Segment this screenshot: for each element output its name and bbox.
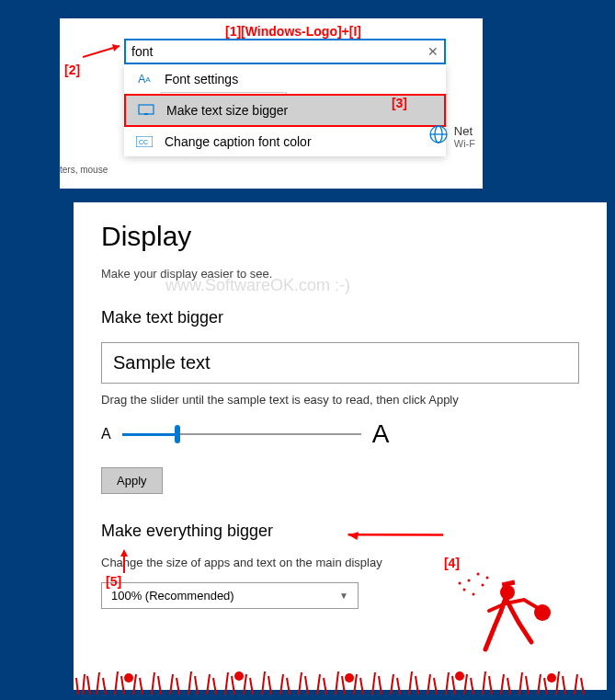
annotation-1: [1][Windows-Logo]+[I] (225, 24, 361, 39)
clear-icon[interactable]: ✕ (427, 44, 438, 59)
dropdown-item-caption-color[interactable]: CC Change caption font color (124, 127, 446, 156)
network-snippet: Net Wi-F (428, 124, 475, 149)
truncated-text-left: ters, mouse (60, 165, 108, 175)
apply-button[interactable]: Apply (101, 467, 163, 494)
section-make-text-bigger: Make text bigger (101, 308, 579, 327)
text-size-slider[interactable] (122, 433, 361, 435)
svg-marker-1 (112, 44, 120, 52)
svg-point-20 (473, 593, 475, 596)
wifi-label: Wi-F (454, 138, 475, 149)
page-title: Display (101, 221, 579, 252)
svg-point-21 (486, 577, 489, 580)
dropdown-label: Change caption font color (165, 134, 312, 149)
big-a-label: A (372, 419, 390, 449)
annotation-3: [3] (392, 96, 407, 110)
chevron-down-icon: ▼ (339, 591, 348, 601)
sample-text-box: Sample text (101, 342, 579, 384)
monitor-icon (137, 103, 155, 118)
globe-icon (428, 124, 449, 149)
running-figure-icon (450, 567, 561, 677)
search-dropdown: AA Font settings Make text size bigger M… (124, 64, 446, 156)
svg-text:CC: CC (139, 139, 148, 145)
svg-line-9 (348, 511, 444, 558)
svg-point-24 (234, 671, 244, 681)
font-icon: AA (135, 72, 154, 86)
dropdown-label: Make text size bigger (166, 103, 288, 118)
display-settings-panel: Display Make your display easier to see.… (74, 202, 607, 690)
svg-point-23 (124, 673, 133, 683)
search-box[interactable]: ✕ (124, 39, 446, 64)
arrow-icon (83, 40, 129, 59)
dropdown-item-make-text-bigger[interactable]: Make text size bigger [3] (124, 94, 446, 127)
svg-point-25 (345, 673, 354, 683)
svg-marker-12 (120, 549, 128, 557)
svg-point-15 (534, 604, 551, 621)
small-a-label: A (101, 426, 111, 442)
svg-point-18 (463, 589, 466, 591)
grass-decoration-icon (74, 667, 588, 694)
scale-dropdown[interactable]: 100% (Recommended) ▼ (101, 582, 359, 609)
arrow-icon (115, 547, 133, 575)
svg-point-27 (547, 673, 556, 683)
dropdown-item-font-settings[interactable]: AA Font settings Make text size bigger (124, 64, 446, 94)
search-input[interactable] (131, 44, 427, 59)
slider-instruction: Drag the slider until the sample text is… (101, 393, 579, 407)
annotation-5: [5] (106, 574, 121, 589)
slider-fill (122, 433, 175, 436)
network-label: Net (454, 124, 475, 138)
annotation-2: [2] (64, 63, 80, 77)
scale-value: 100% (Recommended) (111, 589, 234, 602)
slider-thumb[interactable] (175, 425, 180, 443)
svg-marker-10 (348, 532, 361, 542)
svg-rect-2 (139, 105, 154, 114)
svg-point-17 (477, 573, 480, 576)
svg-point-26 (455, 671, 464, 681)
dropdown-label: Font settings (165, 72, 238, 86)
cc-icon: CC (135, 134, 154, 149)
svg-point-22 (459, 582, 461, 585)
text-size-slider-row: A A (101, 419, 579, 449)
svg-point-16 (468, 580, 471, 582)
svg-point-19 (482, 584, 484, 587)
watermark-grey: www.SoftwareOK.com :-) (165, 276, 350, 295)
search-panel: [1][Windows-Logo]+[I] [2] ✕ AA Font sett… (60, 18, 483, 189)
